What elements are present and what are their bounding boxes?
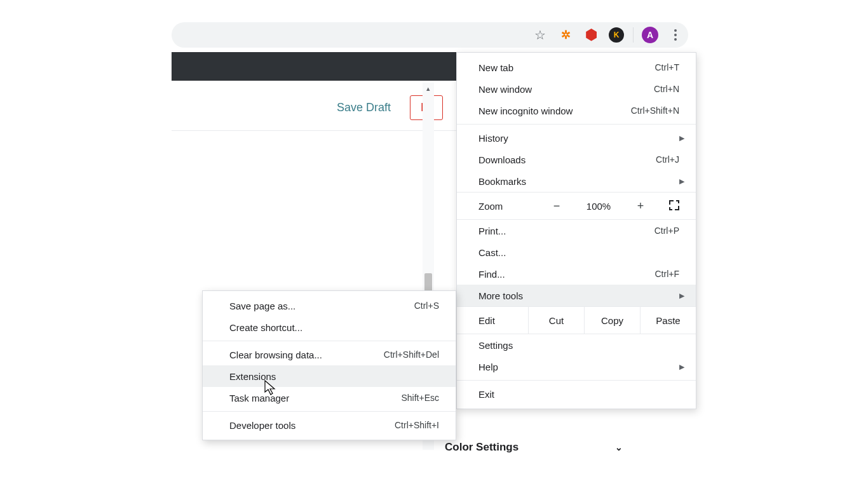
- menu-label: Settings: [478, 340, 513, 351]
- menu-label: New incognito window: [478, 105, 573, 116]
- color-settings-row[interactable]: Color Settings ⌄: [445, 441, 623, 454]
- chrome-menu-button[interactable]: [663, 22, 688, 48]
- edit-paste-button[interactable]: Paste: [640, 307, 696, 334]
- menu-label: More tools: [478, 290, 523, 301]
- menu-label: Cast...: [478, 247, 506, 258]
- menu-label: Downloads: [478, 154, 526, 165]
- zoom-in-button[interactable]: +: [620, 200, 661, 213]
- chevron-right-icon: ▶: [679, 363, 684, 371]
- submenu-save-page[interactable]: Save page as... Ctrl+S: [203, 295, 456, 316]
- submenu-label: Extensions: [229, 371, 276, 382]
- fullscreen-button[interactable]: [661, 200, 687, 212]
- menu-find[interactable]: Find... Ctrl+F: [457, 263, 696, 285]
- menu-label: Bookmarks: [478, 176, 526, 187]
- menu-separator: [203, 341, 456, 341]
- menu-shortcut: Ctrl+F: [655, 269, 680, 279]
- menu-more-tools[interactable]: More tools ▶: [457, 285, 696, 306]
- menu-cast[interactable]: Cast...: [457, 241, 696, 263]
- submenu-shortcut: Ctrl+Shift+I: [395, 420, 439, 430]
- menu-label: History: [478, 133, 508, 144]
- menu-label: Help: [478, 362, 498, 372]
- submenu-clear-browsing-data[interactable]: Clear browsing data... Ctrl+Shift+Del: [203, 344, 456, 365]
- submenu-shortcut: Ctrl+S: [414, 301, 439, 311]
- menu-incognito[interactable]: New incognito window Ctrl+Shift+N: [457, 100, 696, 121]
- menu-help[interactable]: Help ▶: [457, 356, 696, 377]
- bookmark-button[interactable]: ☆: [527, 22, 553, 48]
- submenu-label: Clear browsing data...: [229, 349, 322, 360]
- more-tools-submenu: Save page as... Ctrl+S Create shortcut..…: [202, 290, 456, 440]
- zoom-label: Zoom: [478, 201, 536, 212]
- save-draft-button[interactable]: Save Draft: [337, 101, 391, 114]
- menu-print[interactable]: Print... Ctrl+P: [457, 220, 696, 241]
- menu-label: Find...: [478, 269, 505, 280]
- chevron-right-icon: ▶: [679, 292, 684, 300]
- chevron-down-icon: ⌄: [615, 442, 623, 452]
- chrome-menu: New tab Ctrl+T New window Ctrl+N New inc…: [456, 52, 696, 409]
- toolbar-right: ☆ ✲ ⬢ K A: [527, 22, 688, 48]
- scroll-up-icon[interactable]: ▴: [423, 83, 434, 94]
- menu-settings[interactable]: Settings: [457, 334, 696, 356]
- extension-ublock[interactable]: ⬢: [578, 22, 604, 48]
- submenu-developer-tools[interactable]: Developer tools Ctrl+Shift+I: [203, 414, 456, 436]
- zoom-value: 100%: [578, 201, 620, 212]
- menu-zoom: Zoom − 100% +: [457, 192, 696, 220]
- chevron-right-icon: ▶: [679, 177, 684, 186]
- menu-label: Print...: [478, 226, 506, 236]
- menu-separator: [457, 380, 696, 381]
- submenu-shortcut: Shift+Esc: [401, 393, 439, 403]
- kebab-icon: [674, 29, 677, 41]
- chevron-right-icon: ▶: [679, 134, 684, 142]
- menu-separator: [203, 411, 456, 412]
- menu-exit[interactable]: Exit: [457, 383, 696, 405]
- menu-new-tab[interactable]: New tab Ctrl+T: [457, 57, 696, 78]
- extension-so[interactable]: ✲: [553, 22, 578, 48]
- color-settings-label: Color Settings: [445, 441, 519, 454]
- menu-shortcut: Ctrl+N: [654, 84, 679, 94]
- menu-label: New tab: [478, 62, 513, 73]
- menu-shortcut: Ctrl+P: [654, 226, 679, 236]
- avatar-icon: A: [642, 27, 658, 43]
- submenu-shortcut: Ctrl+Shift+Del: [384, 349, 439, 360]
- profile-button[interactable]: A: [637, 22, 663, 48]
- edit-copy-button[interactable]: Copy: [584, 307, 640, 334]
- menu-label: Exit: [478, 389, 494, 400]
- menu-shortcut: Ctrl+Shift+N: [631, 105, 679, 116]
- submenu-extensions[interactable]: Extensions: [203, 365, 456, 387]
- zoom-out-button[interactable]: −: [536, 200, 578, 213]
- toolbar-divider: [633, 27, 634, 43]
- submenu-create-shortcut[interactable]: Create shortcut...: [203, 316, 456, 338]
- edit-label: Edit: [457, 307, 528, 334]
- submenu-label: Save page as...: [229, 301, 295, 311]
- edit-cut-button[interactable]: Cut: [528, 307, 584, 334]
- k-icon: K: [609, 27, 624, 43]
- menu-shortcut: Ctrl+J: [656, 154, 679, 165]
- submenu-label: Task manager: [229, 393, 289, 403]
- submenu-label: Developer tools: [229, 420, 295, 431]
- star-icon: ☆: [534, 27, 546, 43]
- menu-downloads[interactable]: Downloads Ctrl+J: [457, 149, 696, 170]
- fullscreen-icon: [669, 200, 679, 210]
- submenu-task-manager[interactable]: Task manager Shift+Esc: [203, 387, 456, 409]
- menu-history[interactable]: History ▶: [457, 127, 696, 149]
- shield-icon: ⬢: [583, 27, 599, 43]
- menu-bookmarks[interactable]: Bookmarks ▶: [457, 170, 696, 192]
- menu-shortcut: Ctrl+T: [655, 62, 680, 72]
- submenu-label: Create shortcut...: [229, 322, 302, 333]
- menu-new-window[interactable]: New window Ctrl+N: [457, 78, 696, 100]
- menu-separator: [457, 124, 696, 125]
- flower-icon: ✲: [558, 27, 573, 43]
- menu-edit: Edit Cut Copy Paste: [457, 306, 696, 334]
- menu-label: New window: [478, 84, 532, 95]
- extension-k[interactable]: K: [604, 22, 629, 48]
